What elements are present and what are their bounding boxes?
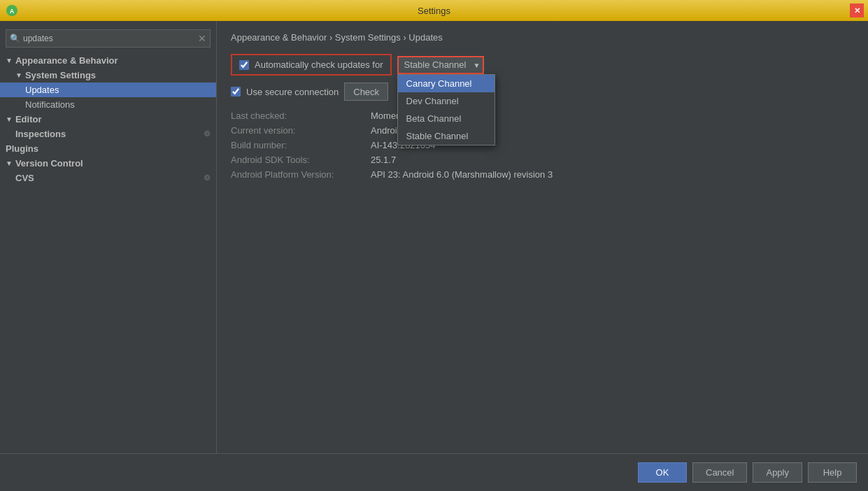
channel-option-stable[interactable]: Stable Channel — [398, 127, 495, 145]
cancel-button[interactable]: Cancel — [692, 462, 747, 483]
main-content: Appearance & Behavior › System Settings … — [217, 21, 868, 453]
platform-version-value: API 23: Android 6.0 (Marshmallow) revisi… — [371, 169, 854, 180]
sidebar-item-notifications[interactable]: Notifications — [0, 97, 216, 112]
auto-check-checkbox[interactable] — [239, 60, 249, 70]
close-button[interactable]: ✕ — [850, 3, 864, 17]
app-icon: A — [6, 4, 18, 17]
channel-option-canary[interactable]: Canary Channel — [398, 75, 495, 92]
search-icon: 🔍 — [10, 34, 20, 43]
sidebar-item-plugins[interactable]: Plugins — [0, 141, 216, 156]
sidebar-item-label: Plugins — [6, 143, 38, 154]
sidebar-item-inspections[interactable]: Inspections ⚙ — [0, 127, 216, 141]
auto-check-row: Automatically check updates for Stable C… — [231, 54, 854, 76]
auto-check-label: Automatically check updates for — [255, 59, 383, 70]
sidebar-item-version-control[interactable]: ▼ Version Control — [0, 156, 216, 171]
sidebar-item-updates[interactable]: Updates — [0, 83, 216, 97]
expand-arrow: ▼ — [6, 115, 13, 123]
sidebar-item-label: Appearance & Behavior — [15, 55, 118, 66]
sidebar-item-system-settings[interactable]: ▼ System Settings — [0, 68, 216, 83]
auto-check-section: Automatically check updates for Stable C… — [231, 54, 854, 180]
breadcrumb: Appearance & Behavior › System Settings … — [231, 32, 854, 43]
search-input[interactable] — [6, 29, 211, 48]
svg-text:A: A — [10, 8, 15, 15]
last-checked-label: Last checked: — [231, 111, 371, 121]
sidebar-item-cvs[interactable]: CVS ⚙ — [0, 171, 216, 185]
help-button[interactable]: Help — [808, 462, 857, 483]
sdk-tools-label: Android SDK Tools: — [231, 155, 371, 165]
sdk-tools-value: 25.1.7 — [371, 155, 854, 165]
check-now-button[interactable]: Check — [344, 83, 388, 101]
secure-connection-label: Use secure connection — [246, 87, 339, 97]
sidebar-item-appearance-behavior[interactable]: ▼ Appearance & Behavior — [0, 53, 216, 68]
current-version-label: Current version: — [231, 125, 371, 136]
gear-icon: ⚙ — [204, 173, 211, 183]
channel-dropdown-menu: Canary Channel Dev Channel Beta Channel … — [397, 74, 495, 145]
secure-connection-checkbox[interactable] — [231, 87, 241, 97]
sidebar: 🔍 ✕ ▼ Appearance & Behavior ▼ System Set… — [0, 21, 217, 453]
gear-icon: ⚙ — [204, 129, 211, 138]
auto-check-bordered: Automatically check updates for — [231, 54, 392, 76]
info-grid: Last checked: Moments ago Current versio… — [231, 111, 854, 180]
dialog-body: 🔍 ✕ ▼ Appearance & Behavior ▼ System Set… — [0, 21, 868, 453]
sidebar-item-label: Updates — [25, 85, 59, 95]
dialog-footer: OK Cancel Apply Help — [0, 453, 868, 491]
channel-dropdown-wrap: Stable Channel ▼ Canary Channel Dev Chan… — [397, 56, 485, 74]
channel-option-beta[interactable]: Beta Channel — [398, 110, 495, 127]
expand-arrow: ▼ — [6, 159, 13, 167]
sidebar-item-label: Editor — [15, 114, 42, 124]
secure-connection-row: Use secure connection Check — [231, 83, 854, 101]
search-box: 🔍 ✕ — [6, 29, 211, 48]
sidebar-item-label: Notifications — [25, 99, 75, 110]
sidebar-item-label: Inspections — [15, 129, 66, 139]
settings-dialog: 🔍 ✕ ▼ Appearance & Behavior ▼ System Set… — [0, 21, 868, 491]
sidebar-item-label: System Settings — [25, 70, 96, 80]
channel-dropdown-button[interactable]: Stable Channel ▼ — [397, 56, 485, 74]
title-bar: A Settings ✕ — [0, 0, 868, 21]
expand-arrow: ▼ — [15, 71, 22, 79]
sidebar-item-label: Version Control — [15, 158, 83, 169]
platform-version-label: Android Platform Version: — [231, 169, 371, 180]
expand-arrow: ▼ — [6, 57, 13, 64]
apply-button[interactable]: Apply — [753, 462, 802, 483]
channel-option-dev[interactable]: Dev Channel — [398, 92, 495, 110]
search-clear-icon[interactable]: ✕ — [198, 33, 206, 44]
build-number-label: Build number: — [231, 140, 371, 150]
window-title: Settings — [418, 6, 450, 16]
sidebar-item-label: CVS — [15, 173, 34, 183]
channel-selected-value: Stable Channel — [404, 59, 467, 70]
ok-button[interactable]: OK — [638, 462, 687, 483]
sidebar-item-editor[interactable]: ▼ Editor — [0, 112, 216, 127]
chevron-down-icon: ▼ — [474, 61, 481, 69]
